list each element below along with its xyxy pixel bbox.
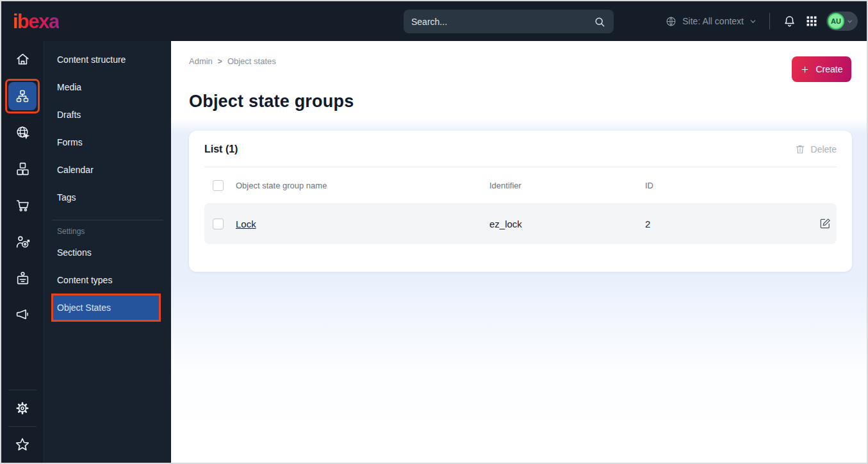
row-name-cell: Lock xyxy=(227,219,489,229)
app-window: ibexa Site: All context xyxy=(0,0,868,464)
topbar-right-cluster: Site: All context AU xyxy=(665,1,858,41)
top-bar: ibexa Site: All context xyxy=(1,1,867,41)
global-search-icon xyxy=(15,124,31,140)
globe-icon xyxy=(665,15,677,28)
menu-item-calendar[interactable]: Calendar xyxy=(44,156,171,183)
breadcrumb: Admin > Object states xyxy=(189,41,852,66)
menu-item-object-states[interactable]: Object States xyxy=(53,295,159,320)
card-header: List (1) Delete xyxy=(204,144,837,155)
notifications-bell-icon[interactable] xyxy=(782,14,797,29)
annotation-highlight-box xyxy=(5,79,40,113)
site-context-selector[interactable]: Site: All context xyxy=(665,15,757,28)
menu-item-tags[interactable]: Tags xyxy=(44,183,171,211)
blocks-icon xyxy=(15,161,31,177)
plus-icon xyxy=(800,65,810,74)
delete-button[interactable]: Delete xyxy=(794,144,837,155)
menu-item-content-types[interactable]: Content types xyxy=(44,266,171,294)
annotation-highlight-box: Object States xyxy=(51,294,161,322)
secondary-nav-menu: Content structure Media Drafts Forms Cal… xyxy=(44,41,171,463)
members-badge-icon xyxy=(15,270,31,286)
column-header-identifier: Identifier xyxy=(489,181,645,190)
sidebar-item-bookmarks[interactable] xyxy=(1,427,44,463)
global-search[interactable] xyxy=(404,10,614,33)
breadcrumb-admin[interactable]: Admin xyxy=(189,56,213,66)
table-header-row: Object state group name Identifier ID xyxy=(204,167,837,203)
site-tree-icon[interactable] xyxy=(8,82,37,110)
search-input[interactable] xyxy=(411,17,593,27)
menu-item-content-structure[interactable]: Content structure xyxy=(44,46,171,73)
sidebar-item-content-structure[interactable] xyxy=(1,78,44,114)
column-header-id: ID xyxy=(645,181,814,190)
sidebar-item-personalization[interactable] xyxy=(1,224,44,260)
user-menu[interactable]: AU xyxy=(826,12,858,31)
ibexa-logo[interactable]: ibexa xyxy=(13,12,59,31)
edit-button[interactable] xyxy=(814,217,837,230)
row-id-cell: 2 xyxy=(645,219,814,229)
sidebar-item-members[interactable] xyxy=(1,260,44,297)
chevron-down-icon xyxy=(846,18,853,25)
row-identifier-cell: ez_lock xyxy=(489,219,645,229)
object-state-groups-card: List (1) Delete Object state group name xyxy=(189,131,852,272)
row-checkbox[interactable] xyxy=(213,219,224,229)
app-body: Content structure Media Drafts Forms Cal… xyxy=(1,41,867,463)
sidebar-item-settings[interactable] xyxy=(1,390,44,426)
page-title: Object state groups xyxy=(189,92,852,112)
main-content: Admin > Object states Create Object stat… xyxy=(171,41,867,463)
create-button[interactable]: Create xyxy=(792,56,851,82)
table-row[interactable]: Lock ez_lock 2 xyxy=(204,203,837,244)
breadcrumb-separator: > xyxy=(218,57,222,66)
chevron-down-icon xyxy=(749,17,757,26)
settings-gear-icon xyxy=(14,400,31,417)
avatar[interactable]: AU xyxy=(828,13,844,29)
trash-icon xyxy=(794,144,806,155)
menu-section-label: Settings xyxy=(44,224,171,238)
sidebar-item-promotions[interactable] xyxy=(1,297,44,333)
row-name-link[interactable]: Lock xyxy=(236,219,256,229)
select-all-checkbox[interactable] xyxy=(213,180,224,191)
delete-button-label: Delete xyxy=(811,144,837,154)
home-icon xyxy=(15,51,31,67)
menu-section-divider xyxy=(52,220,163,220)
sidebar-item-home[interactable] xyxy=(1,41,44,78)
sidebar-item-search[interactable] xyxy=(1,114,44,151)
personalization-icon xyxy=(15,234,31,250)
breadcrumb-object-states[interactable]: Object states xyxy=(227,56,276,66)
site-context-label: Site: All context xyxy=(682,16,744,26)
primary-nav-iconbar xyxy=(1,41,44,463)
sidebar-item-blocks[interactable] xyxy=(1,151,44,187)
column-header-name: Object state group name xyxy=(227,181,489,190)
list-title: List (1) xyxy=(204,144,238,155)
create-button-label: Create xyxy=(815,64,842,74)
cart-icon xyxy=(15,197,31,213)
menu-item-sections[interactable]: Sections xyxy=(44,238,171,266)
topbar-divider xyxy=(769,13,770,29)
menu-item-media[interactable]: Media xyxy=(44,73,171,101)
menu-item-drafts[interactable]: Drafts xyxy=(44,101,171,128)
sidebar-item-commerce[interactable] xyxy=(1,187,44,224)
megaphone-icon xyxy=(15,307,31,323)
app-grid-icon[interactable] xyxy=(805,15,818,28)
star-icon xyxy=(14,436,31,453)
menu-item-forms[interactable]: Forms xyxy=(44,128,171,156)
search-icon[interactable] xyxy=(593,15,606,28)
